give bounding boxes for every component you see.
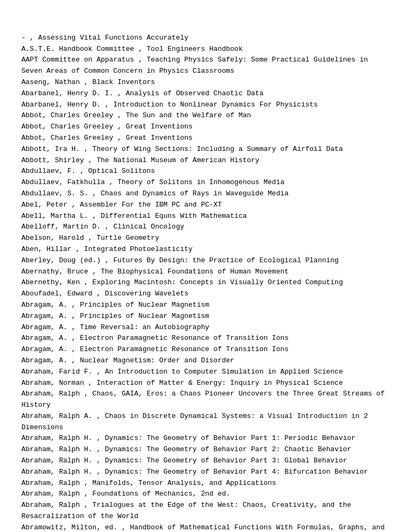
list-item: Abel, Peter , Assembler For the IBM PC a… — [21, 200, 390, 211]
book-list: - , Assessing Vital Functions Accurately… — [21, 21, 390, 532]
list-item: Abbot, Charles Greeley , Great Invention… — [21, 121, 390, 133]
list-item: A.S.T.E. Handbook Committee , Tool Engin… — [21, 44, 390, 55]
list-item: - , Assessing Vital Functions Accurately — [21, 33, 390, 44]
list-item: Abragam, A. , Principles of Nuclear Magn… — [21, 300, 390, 311]
list-item: Abraham, Ralph H. , Dynamics: The Geomet… — [21, 444, 390, 455]
list-item: Abramowitz, Milton, ed. , Handbook of Ma… — [21, 522, 390, 532]
list-item: Abragam, A. , Electron Paramagnetic Reso… — [21, 333, 390, 344]
list-item: Abbot, Charles Greeley , The Sun and the… — [21, 110, 390, 121]
list-item: Abragam, A. , Electron Paramagnetic Reso… — [21, 344, 390, 355]
list-item: Abraham, Ralph , Foundations of Mechanic… — [21, 489, 390, 500]
list-item: Abbot, Charles Greeley , Great Invention… — [21, 133, 390, 144]
list-item: Aberley, Doug (ed.) , Futures By Design:… — [21, 255, 390, 267]
list-item: Abarbanel, Henry D. I. , Analysis of Obs… — [21, 88, 390, 100]
list-item: Aben, Hillar , Integrated Photoelasticit… — [21, 244, 390, 255]
list-item: AAPT Committee on Apparatus , Teaching P… — [21, 55, 390, 77]
list-item: Abraham, Norman , Interaction of Matter … — [21, 378, 390, 389]
list-item: Abdullaev, F. , Optical Solitons — [21, 166, 390, 177]
list-item: Abragam, A. , Time Reversal: an Autobiog… — [21, 322, 390, 333]
list-item: Abraham, Ralph A. , Chaos in Discrete Dy… — [21, 411, 390, 434]
list-item: Abbott, Ira H. , Theory of Wing Sections… — [21, 144, 390, 155]
list-item: Abernathy, Bruce , The Biophysical Found… — [21, 267, 390, 278]
list-item: Abraham, Ralph H. , Dynamics: The Geomet… — [21, 455, 390, 467]
list-item: Abelson, Harold , Turtle Geometry — [21, 233, 390, 244]
list-item: Abraham, Ralph , Manifolds, Tensor Analy… — [21, 478, 390, 489]
list-item: Abraham, Ralph , Chaos, GAIA, Eros: a Ch… — [21, 389, 390, 411]
list-item: Abelloff, Martin D. , Clinical Oncology — [21, 222, 390, 233]
list-item: Abraham, Ralph , Trialogues at the Edge … — [21, 500, 390, 522]
list-item: Abbott, Shirley , The National Museum of… — [21, 155, 390, 166]
list-item: Abarbanel, Henry D. , Introduction to No… — [21, 100, 390, 111]
list-item: Abdullaev, S. S. , Chaos and Dynamics of… — [21, 188, 390, 200]
list-item: Abraham, Ralph H. , Dynamics: The Geomet… — [21, 467, 390, 478]
list-item: Aaseng, Nathan , Black Inventors — [21, 77, 390, 88]
list-item: Aboufadel, Edward , Discovering Wavelets — [21, 288, 390, 300]
list-item: Abraham, Farid F. , An Introduction to C… — [21, 367, 390, 378]
list-item: Abraham, Ralph H. , Dynamics: The Geomet… — [21, 433, 390, 444]
list-item: Abragam, A. , Nuclear Magnetism: Order a… — [21, 355, 390, 367]
list-item: Abell, Martha L. , Differential Equns Wi… — [21, 211, 390, 222]
list-item: Abernethy, Ken , Exploring Macintosh: Co… — [21, 277, 390, 288]
list-item: Abragam, A. , Principles of Nuclear Magn… — [21, 311, 390, 322]
list-item: Abdullaev, Fatkhulla , Theory of Soliton… — [21, 177, 390, 188]
